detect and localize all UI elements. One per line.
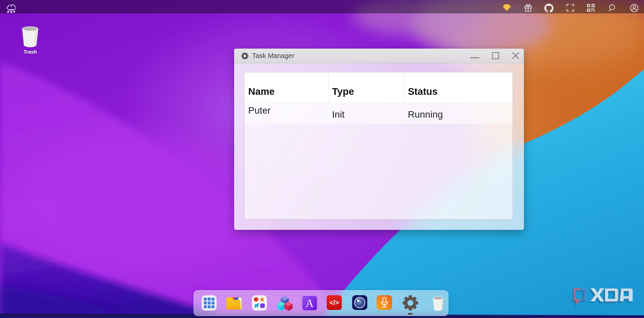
svg-text:</>: </>	[329, 299, 339, 306]
svg-text:A: A	[306, 297, 314, 309]
